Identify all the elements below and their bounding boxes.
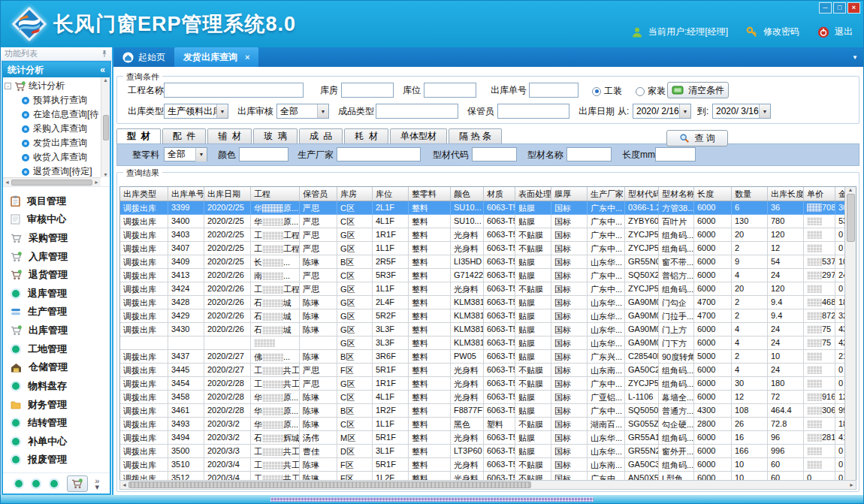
length-input[interactable] (655, 147, 696, 161)
column-header-6[interactable]: 库房 (337, 187, 373, 201)
material-tab-5[interactable]: 成 品 (299, 128, 343, 143)
logout-link[interactable]: 退出 (835, 26, 853, 38)
table-row[interactable]: 调拨出库34072020/2/25工工程严思G区1L1F整料光身料6063-T5… (120, 242, 856, 255)
table-row[interactable]: 调拨出库34282020/2/26石城陈琳G区2L4F整料KLM38176063… (120, 296, 856, 309)
column-header-3[interactable]: 出库日期 (204, 187, 251, 201)
tree-item-6[interactable]: 退货查询[待定] (5, 164, 100, 177)
tree-item-1[interactable]: 预算执行查询 (5, 93, 100, 107)
table-row[interactable]: 调拨出库34942020/3/2石辉城汤伟M区5R1F整料光身料6063-T5贴… (120, 431, 856, 445)
sidebar-item-6[interactable]: 退库管理 (11, 286, 110, 301)
sidebar-section-header[interactable]: 统计分析 « (3, 62, 110, 77)
sidebar-item-9[interactable]: 工地管理 (11, 342, 110, 357)
tree-root-statistics[interactable]: -统计分析 (5, 79, 100, 93)
profile-code-input[interactable] (472, 147, 517, 161)
tab-list-dropdown-icon[interactable]: ▼ (852, 54, 858, 61)
collapse-icon[interactable]: « (100, 65, 105, 75)
material-tab-2[interactable]: 配 件 (162, 128, 207, 143)
column-header-7[interactable]: 库位 (373, 187, 409, 201)
table-row[interactable]: 调拨出库33992020/2/25华原...严思C区2L1F整料SU10...6… (120, 201, 856, 215)
overflow-chevron-icon[interactable]: »▾ (95, 478, 99, 490)
bottom-green-dot-icon[interactable] (14, 478, 24, 489)
project-name-input[interactable] (164, 83, 304, 98)
table-row[interactable]: 调拨出库34542020/2/28工共工程严思G区1R1F整料光身料6063-T… (120, 377, 856, 391)
table-row[interactable]: 调拨出库34002020/2/25华原...严思C区4L1F整料SU10...6… (120, 215, 856, 228)
tab-home[interactable]: 起始页 (113, 47, 174, 67)
table-row[interactable]: 调拨出库34302020/2/26石城陈琳G区3L3F整料KLM38176063… (120, 323, 856, 337)
sidebar-item-14[interactable]: 补单中心 (11, 434, 110, 449)
material-tab-1[interactable]: 型 材 (116, 128, 161, 143)
location-input[interactable] (424, 83, 476, 98)
table-row[interactable]: G区3L3F整料KLM38176063-T5贴膜国标山东华...GA90M09.… (120, 337, 856, 350)
table-row[interactable]: 调拨出库34242020/2/26工工程严思G区1L1F整料光身料6063-T5… (120, 282, 856, 296)
tab-shipping-outbound-query[interactable]: 发货出库查询 × (174, 47, 258, 67)
table-row[interactable]: 调拨出库34932020/3/2华原...陈琳C区1L1F整料黑色塑料不贴膜国标… (120, 418, 856, 431)
tree-item-2[interactable]: 在途信息查询[待 (5, 107, 100, 122)
sidebar-item-10[interactable]: 仓储管理 (11, 360, 110, 375)
column-header-10[interactable]: 材质 (484, 187, 515, 201)
clear-conditions-button[interactable]: 清空条件 (667, 82, 729, 98)
bottom-green-dot-icon[interactable] (49, 478, 59, 489)
material-tab-8[interactable]: 隔 热 条 (449, 128, 502, 143)
tree-vertical-scrollbar[interactable]: ▲▼ (101, 77, 110, 177)
tree-item-3[interactable]: 采购入库查询 (5, 122, 100, 136)
keeper-input[interactable] (497, 104, 569, 119)
column-header-8[interactable]: 整零料 (409, 187, 451, 201)
column-header-17[interactable]: 数量 (732, 187, 768, 201)
bottom-green-dot-icon[interactable] (31, 478, 41, 489)
whole-part-combo[interactable]: 全部▼ (164, 147, 207, 161)
sidebar-item-7[interactable]: 生产管理 (11, 304, 110, 319)
manufacturer-input[interactable] (337, 147, 421, 161)
pin-icon[interactable] (101, 50, 108, 58)
tree-item-5[interactable]: 收货入库查询 (5, 150, 100, 164)
column-header-16[interactable]: 长度 (694, 187, 732, 201)
tree-horizontal-scrollbar[interactable]: ◄► (3, 177, 101, 186)
table-row[interactable]: 调拨出库34452020/2/27工共工程严思F区5R1F整料光身料6063-T… (120, 364, 856, 377)
material-tab-7[interactable]: 单体型材 (390, 128, 447, 143)
maximize-button[interactable]: □ (833, 2, 846, 14)
column-header-14[interactable]: 型材代码 (625, 187, 659, 201)
column-header-12[interactable]: 膜厚 (551, 187, 588, 201)
table-row[interactable]: 调拨出库34612020/2/28华原...陈琳B区1R2F整料F8877FT6… (120, 404, 856, 418)
table-row[interactable]: 调拨出库34582020/2/28华原...陈琳C区4L1F整料光身料6063-… (120, 391, 856, 404)
minimize-button[interactable]: ─ (819, 2, 832, 14)
date-from-picker[interactable]: 2020/ 2/16▼ (633, 104, 691, 119)
color-input[interactable] (239, 147, 289, 161)
column-header-9[interactable]: 颜色 (451, 187, 484, 201)
column-header-15[interactable]: 型材名称 (659, 187, 694, 201)
warehouse-input[interactable] (341, 83, 394, 98)
table-row[interactable]: 调拨出库35102020/3/4工共工程陈琳F区5R1F整料光身料6063-T5… (120, 458, 856, 472)
material-tab-4[interactable]: 玻 璃 (253, 128, 298, 143)
column-header-2[interactable]: 出库单号 (168, 187, 204, 201)
date-to-picker[interactable]: 2020/ 3/16▼ (712, 104, 771, 119)
sidebar-item-2[interactable]: 审核中心 (11, 212, 110, 227)
sidebar-item-12[interactable]: 财务管理 (11, 397, 110, 412)
bottom-cart-button[interactable] (67, 475, 88, 492)
tree-item-4[interactable]: 发货出库查询 (5, 136, 100, 150)
table-row[interactable]: 调拨出库34092020/2/25长...陈琳B区2R5F整料LI35HD606… (120, 255, 856, 269)
close-button[interactable]: × (847, 2, 860, 14)
table-row[interactable]: 调拨出库34292020/2/26石城陈琳G区5R2F整料KLM38176063… (120, 309, 856, 323)
profile-name-input[interactable] (566, 147, 612, 161)
table-row[interactable]: 调拨出库35002020/3/3工共工程曹佳D区3L1F整料LT3P606063… (120, 445, 856, 458)
column-header-11[interactable]: 表面处理 (515, 187, 551, 201)
column-header-19[interactable]: 单价 (804, 187, 835, 201)
order-no-input[interactable] (529, 83, 579, 98)
radio-gongzhuang[interactable]: 工装 (592, 85, 622, 98)
sidebar-item-8[interactable]: 出库管理 (11, 323, 110, 338)
sidebar-item-15[interactable]: 报废管理 (11, 452, 110, 467)
column-header-5[interactable]: 保管员 (300, 187, 337, 201)
table-horizontal-scrollbar[interactable]: ◄► (119, 480, 856, 490)
table-row[interactable]: 调拨出库34372020/2/27佛...陈琳B区3R6F整料PW056063-… (120, 350, 856, 364)
material-tab-6[interactable]: 耗 材 (344, 128, 388, 143)
tree-expander-icon[interactable]: - (5, 83, 11, 89)
sidebar-item-3[interactable]: 采购管理 (11, 231, 110, 246)
audit-combo[interactable]: 全部▼ (276, 104, 329, 119)
column-header-1[interactable]: 出库类型 (120, 187, 168, 201)
material-tab-3[interactable]: 辅 材 (207, 128, 252, 143)
column-header-4[interactable]: 工程 (251, 187, 300, 201)
table-vertical-scrollbar[interactable]: ▲▼ (844, 187, 856, 484)
table-row[interactable]: 调拨出库34132020/2/26南...严思C区5R3F整料G71422606… (120, 269, 856, 282)
out-type-combo[interactable]: 生产领料出库▼ (164, 104, 228, 119)
column-header-18[interactable]: 出库长度 (768, 187, 804, 201)
product-type-input[interactable] (376, 104, 458, 119)
